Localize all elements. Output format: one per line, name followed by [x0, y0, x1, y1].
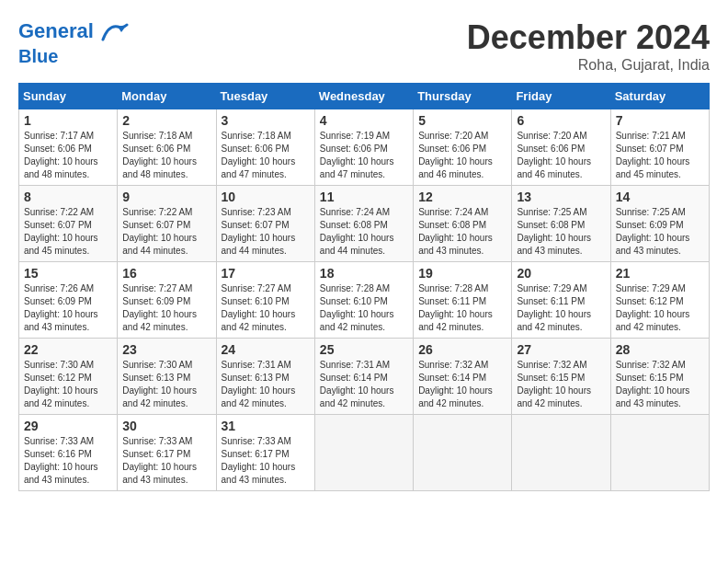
table-row: 29Sunrise: 7:33 AMSunset: 6:16 PMDayligh… [19, 415, 118, 491]
month-title: December 2024 [467, 18, 710, 57]
table-row: 3Sunrise: 7:18 AMSunset: 6:06 PMDaylight… [216, 109, 314, 186]
table-row: 27Sunrise: 7:32 AMSunset: 6:15 PMDayligh… [512, 339, 610, 415]
table-row: 21Sunrise: 7:29 AMSunset: 6:12 PMDayligh… [610, 262, 709, 339]
table-row [314, 415, 413, 491]
table-row: 28Sunrise: 7:32 AMSunset: 6:15 PMDayligh… [610, 339, 709, 415]
table-row: 8Sunrise: 7:22 AMSunset: 6:07 PMDaylight… [19, 186, 118, 262]
table-row [610, 415, 709, 491]
calendar-week-row: 15Sunrise: 7:26 AMSunset: 6:09 PMDayligh… [19, 262, 710, 339]
table-row: 9Sunrise: 7:22 AMSunset: 6:07 PMDaylight… [118, 186, 216, 262]
table-row: 6Sunrise: 7:20 AMSunset: 6:06 PMDaylight… [512, 109, 610, 186]
table-row: 1Sunrise: 7:17 AMSunset: 6:06 PMDaylight… [19, 109, 118, 186]
header-monday: Monday [118, 84, 216, 109]
table-row: 7Sunrise: 7:21 AMSunset: 6:07 PMDaylight… [610, 109, 709, 186]
table-row: 14Sunrise: 7:25 AMSunset: 6:09 PMDayligh… [610, 186, 709, 262]
header-friday: Friday [512, 84, 610, 109]
table-row: 11Sunrise: 7:24 AMSunset: 6:08 PMDayligh… [314, 186, 413, 262]
location: Roha, Gujarat, India [467, 57, 710, 74]
table-row: 5Sunrise: 7:20 AMSunset: 6:06 PMDaylight… [414, 109, 512, 186]
table-row: 16Sunrise: 7:27 AMSunset: 6:09 PMDayligh… [118, 262, 216, 339]
logo-text: General [18, 18, 129, 46]
table-row: 26Sunrise: 7:32 AMSunset: 6:14 PMDayligh… [414, 339, 512, 415]
logo-blue-text: Blue [18, 46, 129, 66]
table-row: 10Sunrise: 7:23 AMSunset: 6:07 PMDayligh… [216, 186, 314, 262]
table-row: 22Sunrise: 7:30 AMSunset: 6:12 PMDayligh… [19, 339, 118, 415]
table-row: 2Sunrise: 7:18 AMSunset: 6:06 PMDaylight… [118, 109, 216, 186]
header-wednesday: Wednesday [314, 84, 413, 109]
table-row: 4Sunrise: 7:19 AMSunset: 6:06 PMDaylight… [314, 109, 413, 186]
table-row [512, 415, 610, 491]
table-row: 17Sunrise: 7:27 AMSunset: 6:10 PMDayligh… [216, 262, 314, 339]
table-row: 30Sunrise: 7:33 AMSunset: 6:17 PMDayligh… [118, 415, 216, 491]
table-row: 24Sunrise: 7:31 AMSunset: 6:13 PMDayligh… [216, 339, 314, 415]
table-row: 12Sunrise: 7:24 AMSunset: 6:08 PMDayligh… [414, 186, 512, 262]
table-row: 15Sunrise: 7:26 AMSunset: 6:09 PMDayligh… [19, 262, 118, 339]
table-row: 18Sunrise: 7:28 AMSunset: 6:10 PMDayligh… [314, 262, 413, 339]
table-row: 23Sunrise: 7:30 AMSunset: 6:13 PMDayligh… [118, 339, 216, 415]
table-row: 25Sunrise: 7:31 AMSunset: 6:14 PMDayligh… [314, 339, 413, 415]
page-header: General Blue December 2024 Roha, Gujarat… [18, 18, 710, 74]
calendar-week-row: 1Sunrise: 7:17 AMSunset: 6:06 PMDaylight… [19, 109, 710, 186]
title-section: December 2024 Roha, Gujarat, India [467, 18, 710, 74]
header-sunday: Sunday [19, 84, 118, 109]
table-row: 19Sunrise: 7:28 AMSunset: 6:11 PMDayligh… [414, 262, 512, 339]
header-thursday: Thursday [414, 84, 512, 109]
logo: General Blue [18, 18, 129, 66]
table-row: 31Sunrise: 7:33 AMSunset: 6:17 PMDayligh… [216, 415, 314, 491]
table-row: 13Sunrise: 7:25 AMSunset: 6:08 PMDayligh… [512, 186, 610, 262]
header-saturday: Saturday [610, 84, 709, 109]
weekday-header-row: Sunday Monday Tuesday Wednesday Thursday… [19, 84, 710, 109]
calendar-table: Sunday Monday Tuesday Wednesday Thursday… [18, 83, 710, 491]
table-row: 20Sunrise: 7:29 AMSunset: 6:11 PMDayligh… [512, 262, 610, 339]
calendar-week-row: 8Sunrise: 7:22 AMSunset: 6:07 PMDaylight… [19, 186, 710, 262]
calendar-week-row: 29Sunrise: 7:33 AMSunset: 6:16 PMDayligh… [19, 415, 710, 491]
table-row [414, 415, 512, 491]
header-tuesday: Tuesday [216, 84, 314, 109]
calendar-week-row: 22Sunrise: 7:30 AMSunset: 6:12 PMDayligh… [19, 339, 710, 415]
